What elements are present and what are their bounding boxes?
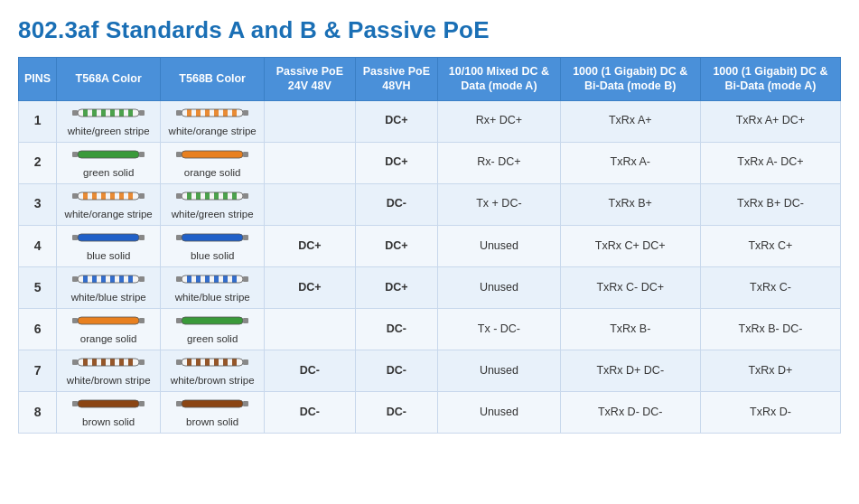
svg-rect-16 (223, 109, 228, 117)
svg-rect-5 (110, 109, 115, 117)
svg-rect-53 (182, 234, 243, 241)
svg-rect-45 (232, 192, 237, 200)
svg-rect-69 (196, 275, 201, 283)
svg-rect-98 (205, 359, 210, 366)
svg-rect-40 (187, 192, 191, 200)
mixed-mode-cell: Unused (438, 350, 560, 392)
svg-rect-44 (223, 192, 228, 200)
svg-rect-19 (243, 110, 248, 116)
svg-rect-4 (101, 109, 106, 117)
svg-rect-14 (205, 109, 210, 117)
pin-cell: 4 (19, 225, 57, 266)
gigabit-a-cell: TxRx C+ (700, 225, 840, 266)
gigabit-a-cell: TxRx B+ DC- (700, 183, 840, 225)
column-header-1: T568A Color (57, 58, 161, 101)
svg-rect-32 (101, 192, 106, 200)
svg-rect-49 (78, 234, 139, 241)
svg-rect-87 (92, 359, 97, 366)
svg-rect-60 (101, 275, 106, 283)
svg-rect-3 (92, 109, 97, 117)
table-row: 2green solidorange solidDC+Rx- DC+TxRx A… (19, 142, 841, 183)
table-header-row: PINST568A ColorT568B ColorPassive PoE 24… (19, 58, 841, 101)
svg-rect-100 (223, 359, 228, 366)
svg-rect-88 (101, 359, 106, 366)
svg-rect-24 (176, 152, 182, 157)
t568a-color-cell: green solid (57, 142, 161, 183)
poe48-cell: DC- (355, 183, 438, 225)
svg-rect-42 (205, 192, 210, 200)
svg-rect-61 (110, 275, 115, 283)
svg-rect-17 (232, 109, 237, 117)
svg-rect-34 (119, 192, 124, 200)
t568a-color-cell: white/orange stripe (57, 183, 161, 225)
column-header-0: PINS (19, 58, 57, 101)
mixed-mode-cell: Rx- DC+ (438, 142, 560, 183)
poe24-cell: DC- (265, 392, 355, 434)
svg-rect-12 (187, 109, 191, 117)
svg-rect-35 (128, 192, 133, 200)
poe48-cell: DC+ (355, 225, 438, 266)
gigabit-a-cell: TxRx D+ (700, 350, 840, 392)
t568a-color-cell: white/blue stripe (57, 266, 161, 308)
t568b-color-cell: orange solid (161, 142, 265, 183)
svg-rect-59 (92, 275, 97, 283)
svg-rect-75 (243, 276, 248, 282)
svg-rect-9 (139, 110, 145, 116)
gigabit-a-cell: TxRx B- DC- (700, 308, 840, 350)
t568b-color-cell: brown solid (161, 392, 265, 434)
table-row: 5white/blue stripewhite/blue stripeDC+DC… (19, 266, 841, 308)
svg-rect-105 (78, 400, 139, 407)
gigabit-b-cell: TxRx A+ (560, 100, 700, 142)
t568b-color-cell: green solid (161, 308, 265, 350)
svg-rect-30 (83, 192, 88, 200)
poe48-cell: DC- (355, 350, 438, 392)
table-row: 7white/brown stripewhite/brown stripeDC-… (19, 350, 841, 392)
svg-rect-90 (119, 359, 124, 366)
mixed-mode-cell: Unused (438, 225, 560, 266)
svg-rect-108 (176, 401, 182, 406)
pin-cell: 8 (19, 392, 57, 434)
t568b-color-cell: white/brown stripe (161, 350, 265, 392)
mixed-mode-cell: Tx - DC- (438, 308, 560, 350)
page-title: 802.3af Standards A and B & Passive PoE (18, 16, 841, 44)
poe48-cell: DC- (355, 308, 438, 350)
svg-rect-15 (214, 109, 219, 117)
svg-rect-47 (243, 193, 248, 199)
svg-rect-10 (176, 110, 182, 116)
t568b-color-cell: white/orange stripe (161, 100, 265, 142)
svg-rect-51 (139, 235, 145, 240)
svg-rect-28 (72, 193, 78, 199)
svg-rect-71 (214, 275, 219, 283)
table-row: 8brown solidbrown solidDC-DC-UnusedTxRx … (19, 392, 841, 434)
svg-rect-33 (110, 192, 115, 200)
svg-rect-63 (128, 275, 133, 283)
svg-rect-65 (139, 276, 145, 282)
t568b-color-cell: blue solid (161, 225, 265, 266)
pin-cell: 1 (19, 100, 57, 142)
t568b-color-cell: white/blue stripe (161, 266, 265, 308)
svg-rect-99 (214, 359, 219, 366)
svg-rect-56 (72, 276, 78, 282)
t568a-color-cell: orange solid (57, 308, 161, 350)
poe24-cell (265, 183, 355, 225)
svg-rect-27 (243, 152, 248, 157)
table-row: 3white/orange stripewhite/green stripeDC… (19, 183, 841, 225)
pin-cell: 2 (19, 142, 57, 183)
svg-rect-31 (92, 192, 97, 200)
mixed-mode-cell: Unused (438, 392, 560, 434)
svg-rect-68 (187, 275, 191, 283)
svg-rect-25 (182, 151, 243, 158)
gigabit-b-cell: TxRx B- (560, 308, 700, 350)
svg-rect-83 (243, 318, 248, 323)
pin-cell: 5 (19, 266, 57, 308)
poe24-cell (265, 308, 355, 350)
svg-rect-103 (243, 359, 248, 365)
svg-rect-0 (72, 110, 78, 116)
svg-rect-2 (83, 109, 88, 117)
poe24-cell: DC- (265, 350, 355, 392)
svg-rect-41 (196, 192, 201, 200)
mixed-mode-cell: Unused (438, 266, 560, 308)
gigabit-a-cell: TxRx A+ DC+ (700, 100, 840, 142)
poe48-cell: DC+ (355, 266, 438, 308)
svg-rect-72 (223, 275, 228, 283)
